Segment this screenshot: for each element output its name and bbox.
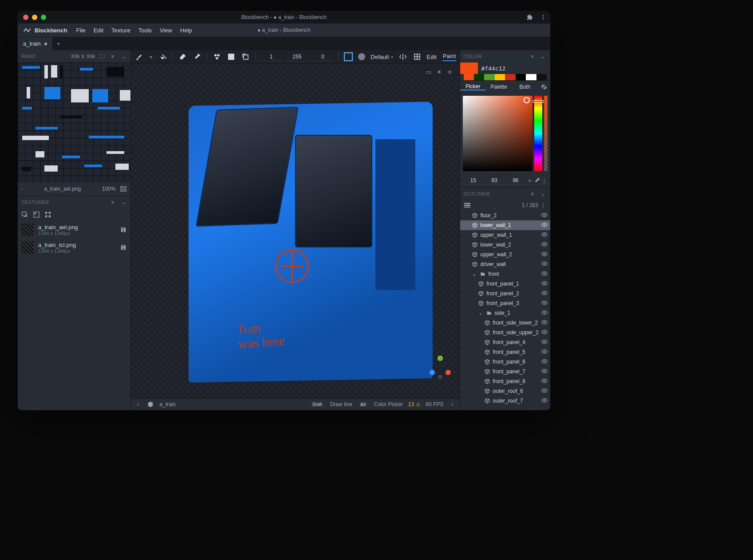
close-window-button[interactable] xyxy=(23,15,28,20)
mirror-tool-icon[interactable] xyxy=(398,52,407,61)
palette-swatch[interactable] xyxy=(526,74,536,80)
brush-opacity-input[interactable]: 255 xyxy=(287,53,307,61)
fullscreen-icon[interactable]: ⛶ xyxy=(99,53,106,60)
visibility-icon[interactable] xyxy=(541,270,548,278)
status-warning[interactable]: 13 ⚠ xyxy=(408,401,421,407)
outliner-item[interactable]: front_panel_4 xyxy=(460,337,550,347)
outliner-folder[interactable]: ⌄ front xyxy=(460,269,550,279)
panel-menu-icon[interactable]: ≡ xyxy=(109,53,116,60)
gear-icon[interactable] xyxy=(538,83,550,90)
minimize-window-button[interactable] xyxy=(32,15,37,20)
outliner-item[interactable]: upper_wall_2 xyxy=(460,250,550,259)
palette-swatch[interactable] xyxy=(474,74,484,80)
outliner-item[interactable]: front_panel_5 xyxy=(460,347,550,357)
view-sun-icon[interactable]: ☀ xyxy=(436,68,443,75)
grid-texture-icon[interactable] xyxy=(44,211,51,218)
visibility-icon[interactable] xyxy=(541,329,548,337)
panel-menu-icon[interactable]: ≡ xyxy=(529,53,536,60)
outliner-item[interactable]: front_panel_7 xyxy=(460,367,550,376)
add-texture-icon[interactable] xyxy=(21,211,28,218)
brush-tool-icon[interactable] xyxy=(134,52,143,61)
uv-layout-icon[interactable] xyxy=(120,185,127,192)
outliner-item[interactable]: front_panel_8 xyxy=(460,376,550,386)
outliner-item[interactable]: front_side_upper_2 xyxy=(460,328,550,337)
color-h-input[interactable]: 15 xyxy=(464,176,483,185)
visibility-icon[interactable] xyxy=(541,388,548,395)
menu-help[interactable]: Help xyxy=(180,27,192,34)
status-forward-icon[interactable]: › xyxy=(449,401,456,408)
fill-tool-icon[interactable] xyxy=(158,52,167,61)
add-tab-button[interactable]: + xyxy=(52,40,65,47)
app-brand[interactable]: Blockbench xyxy=(18,27,73,34)
copy-tool-icon[interactable] xyxy=(241,52,250,61)
kebab-menu-icon[interactable] xyxy=(540,14,547,21)
visibility-icon[interactable] xyxy=(541,241,548,249)
visibility-icon[interactable] xyxy=(541,212,548,219)
chevron-down-icon[interactable]: ⌄ xyxy=(472,271,477,277)
menu-view[interactable]: View xyxy=(160,27,172,34)
outliner-item[interactable]: front_panel_2 xyxy=(460,289,550,298)
alpha-slider[interactable] xyxy=(544,96,548,171)
visibility-icon[interactable] xyxy=(541,368,548,376)
visibility-icon[interactable] xyxy=(541,280,548,288)
menu-texture[interactable]: Texture xyxy=(111,27,130,34)
view-image-icon[interactable]: ▭ xyxy=(425,68,432,75)
palette-swatch[interactable] xyxy=(495,74,505,80)
view-menu-icon[interactable]: ≡ xyxy=(446,68,453,75)
palette-swatch[interactable] xyxy=(464,74,474,80)
color-tab-both[interactable]: Both xyxy=(512,84,538,90)
outliner-root-icon[interactable] xyxy=(464,202,471,209)
chevron-down-icon[interactable]: ⌄ xyxy=(540,190,547,197)
palette-swatch[interactable] xyxy=(516,74,526,80)
outliner-item[interactable]: outer_roof_7 xyxy=(460,396,550,406)
color-picker-tool-icon[interactable] xyxy=(193,52,201,61)
menu-tools[interactable]: Tools xyxy=(138,27,152,34)
visibility-icon[interactable] xyxy=(541,319,548,327)
brush-size-input[interactable]: 1 xyxy=(261,53,281,61)
outliner-item[interactable]: upper_wall_1 xyxy=(460,230,550,240)
visibility-icon[interactable] xyxy=(541,378,548,385)
texture-item[interactable]: a_train_ael.png 1344 x 1344px xyxy=(18,221,130,239)
save-icon[interactable] xyxy=(120,226,127,233)
chevron-down-icon[interactable]: ⌄ xyxy=(120,53,127,60)
mode-paint[interactable]: Paint xyxy=(443,53,456,61)
lock-alpha-icon[interactable] xyxy=(413,52,422,61)
outliner-folder[interactable]: ⌄ side_1 xyxy=(460,308,550,318)
visibility-icon[interactable] xyxy=(541,397,548,405)
save-icon[interactable] xyxy=(120,244,127,251)
visibility-icon[interactable] xyxy=(541,251,548,258)
mode-edit[interactable]: Edit xyxy=(427,54,437,60)
panel-menu-icon[interactable]: ≡ xyxy=(109,199,116,206)
visibility-icon[interactable] xyxy=(541,222,548,229)
import-texture-icon[interactable] xyxy=(33,211,40,218)
color-tab-palette[interactable]: Palette xyxy=(486,84,512,90)
panel-menu-icon[interactable]: ≡ xyxy=(529,190,536,197)
outliner-item[interactable]: driver_wall xyxy=(460,259,550,269)
square-brush-button[interactable] xyxy=(344,52,353,61)
status-back-icon[interactable]: ‹ xyxy=(134,401,142,408)
current-color-swatch[interactable] xyxy=(460,63,478,74)
menu-file[interactable]: File xyxy=(76,27,86,34)
tab-a-train[interactable]: a_train xyxy=(18,37,52,50)
visibility-icon[interactable] xyxy=(541,300,548,307)
eyedropper-icon[interactable] xyxy=(533,177,540,184)
brush-dropdown-icon[interactable]: ▾ xyxy=(149,52,153,61)
visibility-icon[interactable] xyxy=(541,309,548,317)
outliner-item[interactable]: lower_wall_1 xyxy=(460,220,550,230)
outliner-item[interactable]: floor_2 xyxy=(460,211,550,220)
maximize-window-button[interactable] xyxy=(41,15,46,20)
circle-brush-button[interactable] xyxy=(358,53,365,60)
palette-swatch[interactable] xyxy=(505,74,515,80)
shape-tool-icon[interactable] xyxy=(213,52,221,61)
visibility-icon[interactable] xyxy=(541,339,548,346)
eraser-tool-icon[interactable] xyxy=(178,52,187,61)
outliner-item[interactable]: lower_wall_2 xyxy=(460,240,550,250)
extension-icon[interactable] xyxy=(526,14,533,21)
visibility-icon[interactable] xyxy=(541,358,548,366)
3d-viewport[interactable]: ▭ ☀ ≡ Tom was here xyxy=(131,64,459,398)
visibility-icon[interactable] xyxy=(541,290,548,298)
brush-softness-input[interactable]: 0 xyxy=(312,53,333,61)
color-l-input[interactable]: 96 xyxy=(506,176,525,185)
chevron-down-icon[interactable]: ⌄ xyxy=(478,310,483,316)
outliner-item[interactable]: outer_roof_6 xyxy=(460,386,550,396)
